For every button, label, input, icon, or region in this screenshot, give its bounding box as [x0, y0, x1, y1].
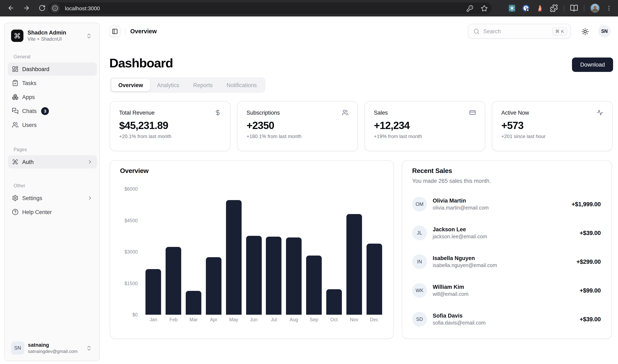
sale-meta: Isabella Nguyenisabella.nguyen@email.com [433, 255, 497, 269]
puzzle-extensions-icon[interactable] [550, 4, 558, 12]
search-input[interactable] [480, 28, 552, 34]
credit-card-icon [469, 109, 476, 116]
screen: localhost:3000 Shadcn Admin Vite + Shadc… [0, 0, 618, 364]
theme-toggle-button[interactable] [580, 27, 590, 37]
bar-chart [144, 189, 384, 315]
sale-customer-email: olivia.martin@email.com [433, 204, 489, 211]
sale-row-jackson-lee: JLJackson Leejackson.lee@email.com+$39.0… [412, 219, 601, 247]
tab-reports[interactable]: Reports [186, 79, 220, 91]
recent-sales-subtitle: You made 265 sales this month. [412, 178, 491, 184]
stat-card-title: Total Revenue [119, 109, 155, 116]
star-icon[interactable] [481, 5, 488, 12]
overview-chart-card: Overview $6000$4500$3000$1500$0 JanFebMa… [110, 160, 394, 339]
sidebar-item-label: Users [22, 122, 37, 128]
bar-slot [144, 189, 164, 315]
users-icon [342, 109, 348, 116]
tab-notifications[interactable]: Notifications [220, 79, 264, 91]
team-name: Shadcn Admin [27, 30, 86, 36]
breadcrumb: Overview [130, 28, 157, 35]
bar-sep [306, 256, 322, 315]
bar-slot [224, 189, 244, 315]
chevron-right-icon [87, 195, 93, 201]
team-switcher[interactable]: Shadcn Admin Vite + ShadcnUI [8, 26, 96, 45]
user-avatar: SN [11, 341, 24, 354]
bar-slot [244, 189, 264, 315]
sidebar-item-label: Dashboard [22, 66, 49, 72]
stat-card-title: Sales [374, 109, 388, 116]
layout-dashboard-icon [12, 66, 18, 72]
team-subtitle: Vite + ShadcnUI [27, 36, 86, 42]
x-tick-label: Jun [244, 317, 264, 322]
bar-slot [364, 189, 384, 315]
sidebar-item-tasks[interactable]: Tasks [8, 77, 97, 90]
sale-row-william-kim: WKWilliam Kimwill@email.com+$99.00 [412, 276, 601, 305]
forward-icon[interactable] [21, 3, 31, 13]
sidebar-item-users[interactable]: Users [8, 118, 97, 131]
sale-amount: +$99.00 [579, 287, 601, 294]
y-tick-label: $6000 [113, 186, 138, 192]
lighthouse-extension-icon[interactable] [536, 4, 544, 12]
sidebar-toggle-button[interactable] [109, 26, 120, 37]
tab-overview[interactable]: Overview [111, 79, 150, 91]
dashboard-tabs: OverviewAnalyticsReportsNotifications [110, 77, 265, 93]
user-name: satnaing [28, 342, 86, 348]
stat-card-change: +201 since last hour [501, 133, 603, 139]
sale-customer-name: William Kim [433, 283, 468, 290]
sidebar-item-label: Settings [22, 195, 42, 201]
back-icon[interactable] [6, 3, 16, 13]
sidebar-item-apps[interactable]: Apps [8, 90, 97, 104]
sidebar-item-dashboard[interactable]: Dashboard [8, 63, 97, 76]
stat-title-row: Active Now [501, 109, 603, 116]
bar-jun [246, 236, 262, 315]
tab-analytics[interactable]: Analytics [150, 79, 186, 91]
sidebar-item-label: Help Center [22, 209, 52, 215]
sidebar-item-chats[interactable]: Chats3 [8, 104, 97, 117]
key-icon[interactable] [466, 5, 473, 12]
bar-nov [346, 214, 362, 315]
nav-group-label: Pages [4, 145, 99, 155]
teal-extension-icon[interactable] [508, 4, 516, 12]
sidebar-item-help-center[interactable]: Help Center [8, 205, 97, 219]
bar-slot [324, 189, 344, 315]
bar-jul [266, 237, 282, 315]
sale-customer-email: will@email.com [433, 291, 468, 298]
x-tick-label: Sep [304, 317, 324, 322]
onepassword-extension-icon[interactable] [522, 4, 530, 12]
sidebar-item-settings[interactable]: Settings [8, 192, 97, 205]
bar-apr [206, 257, 222, 315]
sidebar-user-menu[interactable]: SN satnaing satnaingdev@gmail.com [8, 338, 96, 357]
sale-amount: +$299.00 [576, 259, 601, 265]
stat-card-value: $45,231.89 [119, 119, 221, 131]
browser-extensions [508, 0, 612, 16]
search-input-wrapper[interactable]: ⌘ K [468, 24, 571, 39]
chevrons-up-down-icon [86, 33, 92, 39]
boxes-icon [12, 94, 18, 100]
browser-menu-icon[interactable] [606, 5, 612, 12]
browser-profile-avatar[interactable] [590, 3, 600, 13]
bar-slot [284, 189, 304, 315]
site-info-icon[interactable] [51, 4, 60, 13]
sale-row-olivia-martin: OMOlivia Martinolivia.martin@email.com+$… [412, 190, 601, 219]
x-tick-label: Mar [184, 317, 204, 322]
sale-avatar: WK [412, 283, 427, 298]
chevron-right-icon [87, 159, 93, 165]
x-tick-label: Nov [344, 317, 364, 322]
download-button[interactable]: Download [572, 57, 613, 72]
bar-slot [204, 189, 224, 315]
reload-icon[interactable] [37, 3, 47, 13]
sale-customer-name: Sofia Davis [433, 312, 486, 319]
x-tick-label: Apr [204, 317, 224, 322]
header-divider [125, 28, 125, 35]
sidebar-item-label: Auth [22, 159, 34, 165]
recent-sales-card: Recent Sales You made 265 sales this mon… [402, 160, 612, 339]
stat-title-row: Subscriptions [247, 109, 348, 116]
header-user-avatar[interactable]: SN [598, 25, 611, 37]
bar-jan [146, 269, 161, 315]
stat-card-value: +2350 [247, 119, 348, 131]
sale-row-sofia-davis: SDSofia Davissofia.davis@email.com+$39.0… [412, 305, 601, 334]
sidebar-item-auth[interactable]: Auth [8, 155, 97, 169]
reading-list-icon[interactable] [570, 4, 578, 12]
sale-avatar: IN [412, 254, 427, 269]
x-tick-label: Feb [164, 317, 184, 322]
address-bar[interactable]: localhost:3000 [48, 2, 492, 14]
